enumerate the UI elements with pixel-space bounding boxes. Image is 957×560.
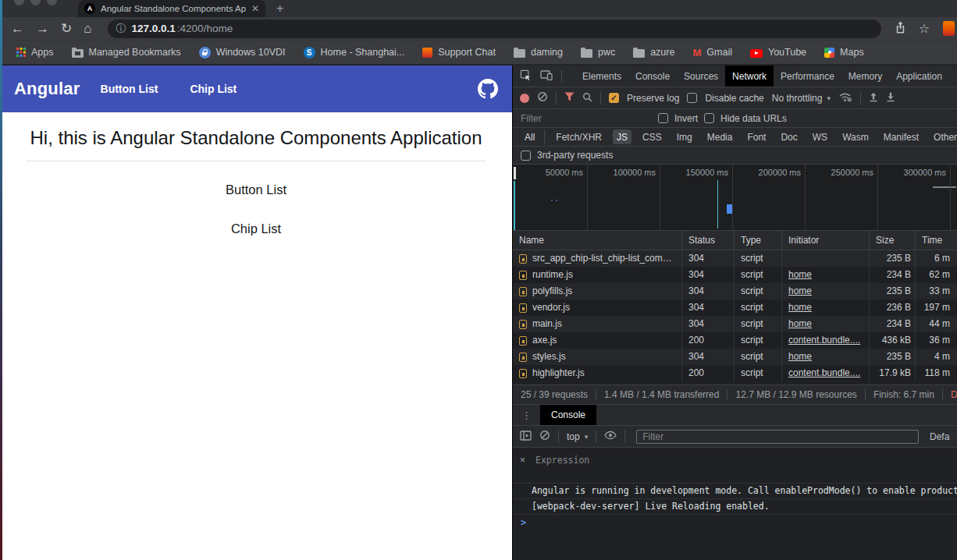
column-header-time[interactable]: Time <box>916 231 957 250</box>
address-bar[interactable]: ⓘ 127.0.0.1 :4200/home <box>108 19 881 38</box>
hide-data-urls-label[interactable]: Hide data URLs <box>720 113 787 124</box>
inspect-element-icon[interactable] <box>520 69 532 83</box>
app-nav-item[interactable]: Button List <box>101 83 158 95</box>
chevron-down-icon[interactable]: ▾ <box>585 433 589 441</box>
devtools-tab[interactable]: Application <box>889 66 949 87</box>
devtools-tab[interactable]: Sources <box>677 66 725 87</box>
request-initiator-link[interactable]: home <box>788 269 812 280</box>
bookmark-item[interactable]: azure <box>633 47 674 58</box>
resource-type-filter[interactable]: Other <box>930 129 957 144</box>
export-har-icon[interactable] <box>886 92 895 105</box>
site-info-icon[interactable]: ⓘ <box>116 22 126 36</box>
hide-data-urls-checkbox[interactable] <box>704 113 714 123</box>
devtools-tab[interactable]: Elements <box>575 66 628 87</box>
network-request-row[interactable]: src_app_chip-list_chip-list_com… 304 scr… <box>513 250 957 267</box>
bookmark-item[interactable]: Gmail <box>692 47 732 58</box>
app-brand[interactable]: Angular <box>14 79 80 99</box>
preserve-log-checkbox[interactable] <box>609 93 619 103</box>
request-initiator-link[interactable]: content.bundle.... <box>788 367 860 378</box>
close-icon[interactable]: × <box>520 455 525 483</box>
console-drawer-tab[interactable]: Console <box>540 405 596 425</box>
github-icon[interactable] <box>478 79 498 99</box>
devtools-tab[interactable]: Performance <box>774 66 841 87</box>
network-request-row[interactable]: vendor.js 304 script home 236 B 197 m <box>513 299 957 316</box>
resource-type-filter[interactable]: Wasm <box>838 129 873 144</box>
resource-type-filter[interactable]: JS <box>613 129 631 144</box>
browser-tab[interactable]: A Angular Standalone Components Applicat… <box>78 0 265 17</box>
console-filter-input[interactable]: Filter <box>636 430 919 444</box>
chip-list-link[interactable]: Chip List <box>0 222 512 236</box>
bookmark-item[interactable]: Maps <box>824 47 864 58</box>
third-party-checkbox[interactable] <box>521 151 531 161</box>
network-request-row[interactable]: runtime.js 304 script home 234 B 62 m <box>513 267 957 283</box>
bookmark-item[interactable]: Support Chat <box>422 47 496 58</box>
import-har-icon[interactable] <box>869 92 878 105</box>
tab-close-icon[interactable]: ✕ <box>251 3 259 14</box>
devtools-tab[interactable]: Memory <box>841 66 889 87</box>
kebab-menu-icon[interactable]: ⋮ <box>513 409 540 421</box>
home-icon[interactable]: ⌂ <box>84 22 91 35</box>
record-icon[interactable] <box>520 94 529 103</box>
network-request-row[interactable]: styles.js 304 script home 235 B 4 m <box>513 349 957 365</box>
bookmark-item[interactable]: daming <box>514 47 563 58</box>
resource-type-filter[interactable]: Img <box>673 129 696 144</box>
new-tab-button[interactable]: + <box>276 0 283 16</box>
invert-label[interactable]: Invert <box>674 113 698 124</box>
console-context-select[interactable]: top <box>567 431 580 442</box>
throttling-select[interactable]: No throttling <box>772 93 823 104</box>
search-icon[interactable] <box>582 92 592 105</box>
resource-type-filter[interactable]: WS <box>809 129 831 144</box>
bookmark-item[interactable]: pwc <box>581 47 615 58</box>
resource-type-filter[interactable]: CSS <box>639 129 666 144</box>
extension-icon[interactable] <box>943 21 955 36</box>
column-header-initiator[interactable]: Initiator <box>782 231 870 250</box>
network-request-row[interactable]: polyfills.js 304 script home 235 B 33 m <box>513 283 957 299</box>
device-toolbar-icon[interactable] <box>540 69 553 83</box>
request-initiator-link[interactable]: content.bundle.... <box>788 335 860 346</box>
back-icon[interactable]: ← <box>11 22 24 35</box>
preserve-log-label[interactable]: Preserve log <box>627 93 679 104</box>
column-header-name[interactable]: Name <box>513 231 682 250</box>
request-initiator-link[interactable]: home <box>788 351 812 362</box>
resource-type-filter[interactable]: Media <box>703 129 737 144</box>
window-controls[interactable] <box>14 0 57 5</box>
network-request-row[interactable]: highlighter.js 200 script content.bundle… <box>513 365 957 381</box>
share-icon[interactable] <box>895 21 905 37</box>
network-request-row[interactable]: axe.js 200 script content.bundle.... 436… <box>513 332 957 349</box>
resource-type-filter[interactable]: Fetch/XHR <box>552 129 606 144</box>
reload-icon[interactable]: ↻ <box>61 22 72 35</box>
network-request-row[interactable]: main.js 304 script home 234 B 44 m <box>513 316 957 332</box>
bookmark-item[interactable]: Windows 10VDI <box>199 47 286 58</box>
network-timeline-overview[interactable]: 50000 ms100000 ms150000 ms200000 ms25000… <box>513 165 957 231</box>
network-conditions-icon[interactable] <box>838 91 852 105</box>
request-initiator-link[interactable]: home <box>788 318 812 329</box>
window-zoom-button[interactable] <box>47 0 57 5</box>
disable-cache-checkbox[interactable] <box>687 93 697 103</box>
devtools-tab[interactable]: Console <box>628 66 677 87</box>
resource-type-filter[interactable]: Font <box>743 129 770 144</box>
forward-icon[interactable]: → <box>36 22 49 35</box>
disable-cache-label[interactable]: Disable cache <box>705 93 763 104</box>
devtools-tab[interactable]: Network <box>725 66 774 87</box>
button-list-link[interactable]: Button List <box>0 183 512 197</box>
column-header-size[interactable]: Size <box>870 231 916 250</box>
window-close-button[interactable] <box>14 0 24 5</box>
log-levels-select[interactable]: Default levels <box>930 431 950 442</box>
clear-icon[interactable] <box>537 91 548 105</box>
invert-checkbox[interactable] <box>658 113 668 123</box>
network-filter-input[interactable]: Filter <box>513 113 652 124</box>
console-prompt[interactable]: > <box>513 515 957 530</box>
column-header-status[interactable]: Status <box>682 231 735 250</box>
third-party-label[interactable]: 3rd-party requests <box>537 150 613 161</box>
filter-funnel-icon[interactable] <box>564 92 575 104</box>
resource-type-filter[interactable]: Manifest <box>880 129 923 144</box>
bookmark-item[interactable]: Managed Bookmarks <box>72 47 181 58</box>
bookmark-star-icon[interactable]: ☆ <box>919 21 930 36</box>
live-expression-eye-icon[interactable] <box>604 431 617 442</box>
bookmark-item[interactable]: Apps <box>16 47 54 58</box>
console-sidebar-icon[interactable] <box>520 431 532 443</box>
window-minimize-button[interactable] <box>30 0 41 5</box>
live-expression-editor[interactable]: × Expression <box>513 448 957 483</box>
console-clear-icon[interactable] <box>539 430 550 443</box>
bookmark-item[interactable]: YouTube <box>750 47 806 58</box>
